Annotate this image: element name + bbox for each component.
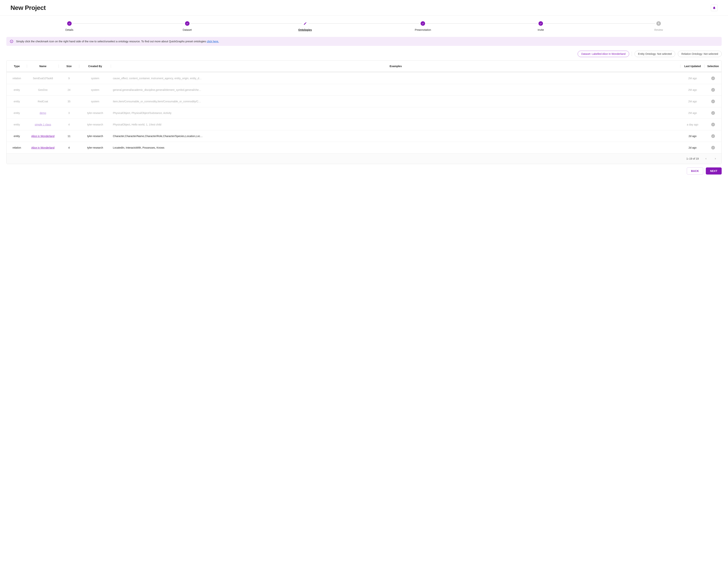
cell-name[interactable]: Alice in Wonderland	[27, 135, 59, 138]
step-label: Preannotation	[415, 28, 431, 31]
check-icon	[422, 22, 424, 25]
prev-page-button[interactable]	[703, 156, 708, 161]
table-header-row: Type Name Size Created By Examples Last …	[7, 61, 721, 72]
cell-last-updated: 2M ago	[680, 112, 705, 115]
info-text: Simply click the checkmark icon on the r…	[16, 40, 219, 43]
cell-examples: LocatedIn, InteractsWith, Possesses, Kno…	[111, 146, 680, 149]
next-page-button[interactable]	[713, 156, 718, 161]
cell-last-updated: 2d ago	[680, 135, 705, 138]
cell-selection	[705, 111, 721, 115]
cell-size: 4	[59, 123, 79, 126]
ontology-link[interactable]: Alice in Wonderland	[31, 146, 54, 149]
cell-size: 9	[59, 77, 79, 80]
check-icon	[712, 112, 714, 114]
check-icon	[68, 22, 71, 25]
step-ontologies[interactable]: Ontologies	[246, 21, 364, 31]
col-size: Size	[59, 65, 79, 68]
cell-type: relation	[7, 77, 27, 80]
step-invite[interactable]: Invite	[482, 21, 600, 31]
footer-buttons: BACK NEXT	[0, 164, 728, 180]
cell-selection	[705, 88, 721, 92]
cell-created-by: system	[79, 77, 111, 80]
table-row: relationSemEval10Task89systemcause_effec…	[7, 73, 721, 84]
cell-created-by: tyler-research	[79, 135, 111, 138]
table-row: entityRedCoat35systemItem,Item/Consumabl…	[7, 96, 721, 107]
step-pending-badge: 6	[656, 21, 661, 26]
col-created-by: Created By	[79, 65, 111, 68]
col-type: Type	[7, 65, 27, 68]
ontology-link[interactable]: Alice in Wonderland	[31, 135, 54, 138]
cell-size: 24	[59, 88, 79, 91]
info-link[interactable]: click here.	[207, 40, 219, 43]
cell-created-by: system	[79, 100, 111, 103]
cell-last-updated: 2M ago	[680, 88, 705, 91]
cell-type: entity	[7, 123, 27, 126]
cell-examples: Item,Item/Consumable_or_commodity,Item/C…	[111, 100, 680, 103]
select-toggle[interactable]	[711, 76, 715, 80]
table-footer: 1–19 of 19	[7, 154, 721, 164]
next-button[interactable]: NEXT	[706, 168, 722, 175]
cell-created-by: tyler-research	[79, 123, 111, 126]
select-toggle[interactable]	[711, 123, 715, 126]
entity-ontology-chip[interactable]: Entity Ontology: Not selected	[635, 51, 675, 57]
cell-selection	[705, 76, 721, 80]
step-preannotation[interactable]: Preannotation	[364, 21, 482, 31]
cell-last-updated: 2M ago	[680, 100, 705, 103]
ontology-link[interactable]: demo	[40, 112, 46, 115]
relation-ontology-chip[interactable]: Relation Ontology: Not selected	[678, 51, 722, 57]
ontology-link[interactable]: simple 1 class	[35, 123, 51, 126]
table-row: entitysimple 1 class4tyler-researchPhysi…	[7, 119, 721, 130]
chevron-left-icon	[704, 157, 707, 160]
cell-size: 11	[59, 135, 79, 138]
cell-name[interactable]: simple 1 class	[27, 123, 59, 126]
table-row: entityGeoDoc24systemgeneral,general/acad…	[7, 84, 721, 96]
cell-type: entity	[7, 135, 27, 138]
check-icon	[712, 77, 714, 79]
page-title: New Project	[10, 4, 46, 11]
chip-separator	[632, 51, 632, 56]
step-label: Ontologies	[298, 28, 312, 31]
check-icon	[539, 22, 542, 25]
step-label: Dataset	[183, 28, 192, 31]
cell-examples: PhysicalObject, Hello world, 1, 1/test c…	[111, 123, 680, 126]
table-row: entityAlice in Wonderland11tyler-researc…	[7, 130, 721, 142]
col-last-updated: Last Updated	[680, 65, 705, 68]
cell-last-updated: a day ago	[680, 123, 705, 126]
step-dataset[interactable]: Dataset	[128, 21, 246, 31]
check-icon	[712, 135, 714, 137]
pencil-icon	[303, 22, 307, 25]
select-toggle[interactable]	[711, 88, 715, 92]
info-banner: Simply click the checkmark icon on the r…	[6, 37, 722, 46]
step-done-icon	[185, 21, 190, 26]
info-message: Simply click the checkmark icon on the r…	[16, 40, 207, 43]
bell-icon	[713, 6, 716, 10]
step-done-icon	[538, 21, 543, 26]
cell-type: entity	[7, 88, 27, 91]
select-toggle[interactable]	[711, 100, 715, 103]
dataset-chip[interactable]: Dataset: Labelled Alice In Wonderland	[578, 51, 629, 57]
cell-type: entity	[7, 100, 27, 103]
check-icon	[186, 22, 189, 25]
table-row: relationAlice in Wonderland4tyler-resear…	[7, 142, 721, 154]
check-icon	[712, 100, 714, 103]
step-label: Invite	[538, 28, 544, 31]
select-toggle[interactable]	[711, 134, 715, 138]
cell-type: entity	[7, 112, 27, 115]
select-toggle[interactable]	[711, 146, 715, 150]
cell-examples: PhysicalObject, PhysicalObject/Substance…	[111, 112, 680, 115]
table-row: entitydemo3tyler-researchPhysicalObject,…	[7, 107, 721, 119]
cell-name[interactable]: demo	[27, 112, 59, 115]
cell-selection	[705, 100, 721, 103]
select-toggle[interactable]	[711, 111, 715, 115]
step-details[interactable]: Details	[10, 21, 128, 31]
notifications-button[interactable]	[711, 4, 718, 11]
context-chips: Dataset: Labelled Alice In Wonderland En…	[0, 46, 728, 60]
cell-name[interactable]: Alice in Wonderland	[27, 146, 59, 149]
cell-last-updated: 2d ago	[680, 146, 705, 149]
pagination-label: 1–19 of 19	[686, 157, 699, 160]
step-review[interactable]: 6Review	[600, 21, 718, 31]
col-selection: Selection	[705, 65, 721, 68]
cell-created-by: tyler-research	[79, 146, 111, 149]
back-button[interactable]: BACK	[687, 168, 703, 175]
cell-examples: Character,Character/Name,Character/Role,…	[111, 135, 680, 138]
